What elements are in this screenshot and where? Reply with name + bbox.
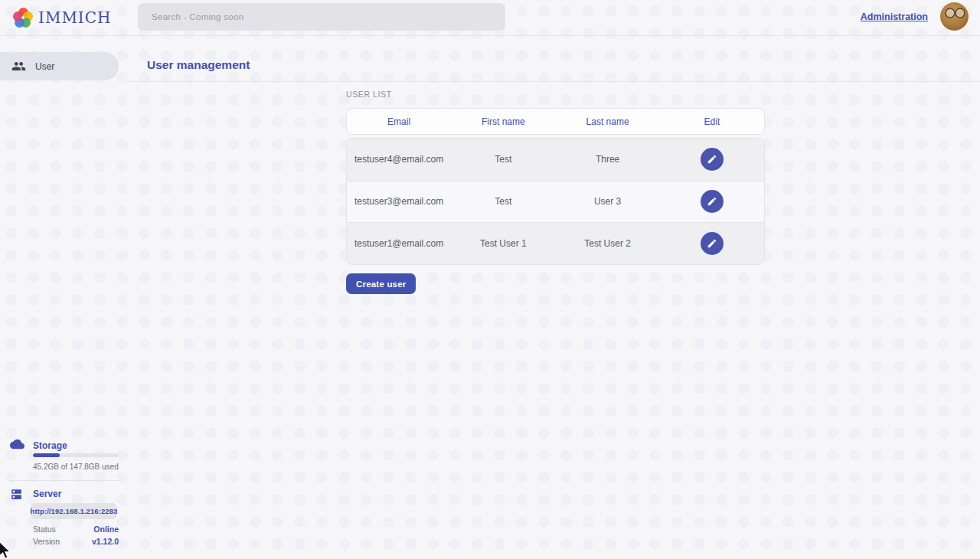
create-user-button[interactable]: Create user: [346, 273, 416, 294]
cell-first-name: Test: [451, 154, 555, 165]
cell-last-name: Three: [556, 154, 660, 165]
edit-user-button[interactable]: [701, 148, 724, 171]
title-divider: [130, 81, 980, 82]
column-header-edit: Edit: [660, 116, 764, 127]
search-bar[interactable]: [138, 3, 505, 31]
cell-first-name: Test User 1: [451, 238, 555, 249]
column-header-first-name: First name: [451, 116, 555, 127]
table-row: testuser1@email.com Test User 1 Test Use…: [347, 222, 764, 264]
edit-user-button[interactable]: [701, 232, 724, 255]
server-version-label: Version: [33, 537, 60, 546]
panel-divider: [9, 480, 119, 481]
administration-link[interactable]: Administration: [861, 11, 928, 22]
user-avatar[interactable]: [940, 2, 969, 31]
pencil-icon: [707, 238, 717, 249]
top-bar: ✦ IMMICH Administration: [0, 0, 980, 36]
page-title: User management: [147, 58, 250, 72]
cloud-icon: [10, 439, 24, 449]
cell-first-name: Test: [451, 196, 555, 207]
cell-email: testuser3@email.com: [347, 196, 451, 207]
server-status-label: Status: [33, 525, 56, 534]
cell-email: testuser1@email.com: [347, 238, 451, 249]
group-icon: [11, 59, 26, 74]
user-list-label: USER LIST: [346, 90, 392, 99]
pencil-icon: [707, 154, 717, 165]
cell-last-name: User 3: [556, 196, 660, 207]
logo-star-icon: ✦: [13, 8, 33, 28]
logo-link[interactable]: ✦ IMMICH: [13, 8, 112, 28]
column-header-email: Email: [347, 116, 451, 127]
cell-last-name: Test User 2: [556, 238, 660, 249]
edit-user-button[interactable]: [701, 190, 724, 213]
server-title: Server: [33, 489, 61, 499]
storage-progress-bar: [33, 453, 119, 457]
glasses-icon: [943, 7, 966, 19]
storage-progress-fill: [33, 453, 60, 457]
mouse-cursor: [0, 541, 11, 559]
storage-title: Storage: [33, 440, 67, 451]
server-status-value: Online: [93, 525, 119, 534]
pencil-icon: [707, 196, 717, 207]
server-icon: [10, 488, 23, 501]
storage-usage-text: 45.2GB of 147.8GB used: [33, 463, 119, 471]
search-input[interactable]: [152, 12, 505, 21]
sidebar-item-label: User: [35, 61, 54, 72]
immich-logo-icon: ✦: [13, 8, 33, 28]
server-url-badge: http://192.168.1.216:2283: [31, 503, 117, 519]
table-row: testuser4@email.com Test Three: [347, 139, 764, 181]
table-row: testuser3@email.com Test User 3: [347, 181, 764, 223]
sidebar-item-users[interactable]: User: [0, 52, 119, 80]
cell-email: testuser4@email.com: [347, 154, 451, 165]
server-version-value: v1.12.0: [92, 537, 119, 546]
user-table-header: Email First name Last name Edit: [346, 108, 765, 135]
user-table: testuser4@email.com Test Three testuser3…: [346, 138, 765, 265]
logo-text: IMMICH: [38, 8, 112, 27]
column-header-last-name: Last name: [556, 116, 660, 127]
